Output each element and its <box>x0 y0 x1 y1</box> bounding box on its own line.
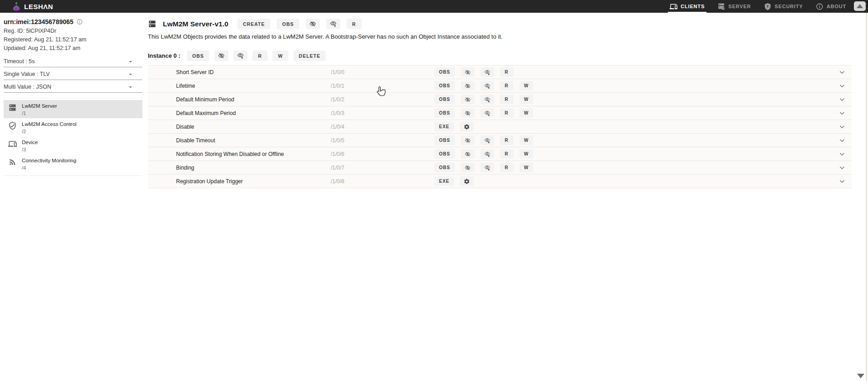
expand-row-button[interactable] <box>838 136 846 145</box>
resource-row[interactable]: Notification Storing When Disabled or Of… <box>148 147 852 161</box>
select-value: Multi Value : JSON <box>4 84 51 90</box>
resource-row[interactable]: Disable Timeout/1/0/5OBSRW <box>148 134 852 147</box>
leshan-brand[interactable]: LESHΛN <box>11 1 53 12</box>
delete-button[interactable]: DELETE <box>293 50 326 61</box>
stop-observe-button[interactable] <box>306 19 320 29</box>
w-button[interactable]: W <box>520 135 533 145</box>
cancel-observe-button[interactable] <box>480 135 494 145</box>
expand-row-button[interactable] <box>838 177 846 185</box>
r-button[interactable]: R <box>252 50 267 61</box>
w-button[interactable]: W <box>520 81 533 90</box>
exe-settings-button[interactable] <box>460 122 474 131</box>
w-button[interactable]: W <box>520 108 533 118</box>
obs-button[interactable]: OBS <box>434 81 455 90</box>
cancel-observe-button[interactable] <box>480 163 494 172</box>
chip-label: OBS <box>439 138 450 143</box>
resource-row[interactable]: Disable/1/0/4EXE <box>148 120 852 134</box>
sidebar-item-connectivity-monitoring[interactable]: Connectivity Monitoring/4 <box>4 155 142 173</box>
chip-label: R <box>505 70 509 75</box>
client-endpoint: urn:imei:123456789065 <box>4 18 142 25</box>
cancel-observe-button[interactable] <box>480 67 494 77</box>
scroll-to-bottom-button[interactable] <box>857 374 864 378</box>
resource-row[interactable]: Default Maximum Period/1/0/3OBSRW <box>148 106 852 120</box>
expand-row-button[interactable] <box>838 68 846 76</box>
obs-button[interactable]: OBS <box>187 50 210 61</box>
r-button[interactable]: R <box>500 67 514 77</box>
eye-off-icon <box>464 151 471 157</box>
info-circle-icon[interactable] <box>76 19 83 25</box>
expand-row-button[interactable] <box>838 150 846 158</box>
resource-row[interactable]: Binding/1/0/7OBSRW <box>148 161 852 175</box>
scrollbar-track[interactable] <box>866 13 867 381</box>
r-button[interactable]: R <box>500 81 514 90</box>
exe-button[interactable]: EXE <box>434 176 454 186</box>
resource-actions: OBSR <box>434 67 514 77</box>
resource-path: /1/0/6 <box>331 151 434 157</box>
w-button[interactable]: W <box>520 149 533 159</box>
expand-row-button[interactable] <box>838 109 846 117</box>
resource-row[interactable]: Registration Update Trigger/1/0/8EXE <box>148 175 852 188</box>
client-sidebar: urn:imei:123456789065 Reg. ID: 5lCPlXP4D… <box>0 13 142 381</box>
sidebar-item-lwm2m-access-control[interactable]: LwM2M Access Control/2 <box>4 118 142 136</box>
resource-row[interactable]: Lifetime/1/0/1OBSRW <box>148 79 852 93</box>
r-button[interactable]: R <box>500 149 514 159</box>
instance-actions: OBSRWDELETE <box>187 50 326 61</box>
cancel-observe-button[interactable] <box>480 95 494 104</box>
r-button[interactable]: R <box>500 135 514 145</box>
multi-value-select[interactable]: Multi Value : JSON <box>4 80 142 93</box>
chevron-down-icon <box>838 109 846 117</box>
dns-icon <box>148 20 156 28</box>
obs-button[interactable]: OBS <box>434 163 455 172</box>
topnav: CLIENTSSERVERSECURITYABOUT <box>670 0 846 13</box>
client-updated: Updated: Aug 21, 11:52:17 am <box>4 45 142 51</box>
resource-name: Default Maximum Period <box>176 110 331 116</box>
timeout-select[interactable]: Timeout : 5s <box>4 55 142 67</box>
cancel-observe-button[interactable] <box>480 149 494 159</box>
obs-button[interactable]: OBS <box>277 19 299 29</box>
stop-observe-button[interactable] <box>214 50 228 61</box>
stop-observe-button[interactable] <box>461 81 474 90</box>
stop-observe-button[interactable] <box>461 149 474 159</box>
r-button[interactable]: R <box>500 108 514 118</box>
nav-item-about[interactable]: ABOUT <box>816 0 846 13</box>
r-button[interactable]: R <box>500 95 514 104</box>
w-button[interactable]: W <box>520 95 533 104</box>
create-button[interactable]: CREATE <box>237 19 270 29</box>
single-value-select[interactable]: Single Value : TLV <box>4 67 142 80</box>
eye-off-icon <box>464 137 471 144</box>
obs-button[interactable]: OBS <box>434 95 455 104</box>
exe-settings-button[interactable] <box>460 176 474 186</box>
sidebar-item-lwm2m-server[interactable]: LwM2M Server/1 <box>4 100 142 118</box>
stop-observe-button[interactable] <box>461 95 474 104</box>
cancel-observe-button[interactable] <box>480 81 494 90</box>
cancel-observe-button[interactable] <box>326 19 340 29</box>
obs-button[interactable]: OBS <box>434 149 455 159</box>
expand-row-button[interactable] <box>838 95 846 104</box>
stop-observe-button[interactable] <box>461 108 474 118</box>
sidebar-item-device[interactable]: Device/3 <box>4 136 142 155</box>
w-button[interactable]: W <box>520 163 533 172</box>
obs-button[interactable]: OBS <box>434 135 455 145</box>
nav-item-security[interactable]: SECURITY <box>764 0 803 13</box>
r-button[interactable]: R <box>347 19 362 29</box>
expand-row-button[interactable] <box>838 123 846 131</box>
cancel-observe-button[interactable] <box>480 108 494 118</box>
cancel-observe-button[interactable] <box>233 50 247 61</box>
exe-button[interactable]: EXE <box>434 122 454 131</box>
expand-row-button[interactable] <box>838 164 846 172</box>
resource-row[interactable]: Default Minimum Period/1/0/2OBSRW <box>148 93 852 106</box>
stop-observe-button[interactable] <box>461 163 474 172</box>
stop-observe-button[interactable] <box>461 67 474 77</box>
obs-button[interactable]: OBS <box>434 108 455 118</box>
resource-row[interactable]: Short Server ID/1/0/0OBSR <box>148 65 852 79</box>
stop-observe-button[interactable] <box>461 135 474 145</box>
nav-item-clients[interactable]: CLIENTS <box>670 0 705 13</box>
scroll-to-top-button[interactable] <box>854 1 866 11</box>
client-registered: Registered: Aug 21, 11:52:17 am <box>4 36 142 43</box>
obs-button[interactable]: OBS <box>434 67 455 77</box>
expand-row-button[interactable] <box>838 82 846 90</box>
r-button[interactable]: R <box>500 163 514 172</box>
w-button[interactable]: W <box>273 50 288 61</box>
format-settings: Timeout : 5sSingle Value : TLVMulti Valu… <box>4 55 142 93</box>
nav-item-server[interactable]: SERVER <box>717 0 751 13</box>
